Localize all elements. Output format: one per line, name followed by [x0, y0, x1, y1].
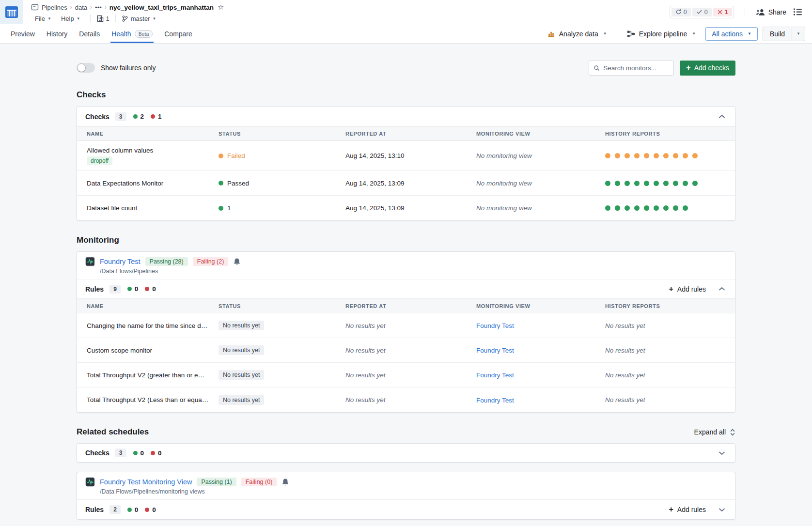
check-row[interactable]: Allowed column valuesdropoffFailedAug 14… — [77, 141, 735, 171]
history-report-dot[interactable] — [634, 153, 640, 158]
help-menu[interactable]: Help▼ — [57, 14, 84, 23]
history-report-dot[interactable] — [654, 153, 659, 158]
history-report-dot[interactable] — [644, 205, 649, 211]
history-report-dot[interactable] — [654, 205, 659, 211]
related-schedules-header: Related schedules Expand all — [77, 427, 735, 437]
search-monitors-box[interactable] — [589, 61, 674, 76]
history-report-dot[interactable] — [615, 153, 620, 158]
history-report-dot[interactable] — [615, 181, 620, 186]
tab-preview[interactable]: Preview — [5, 24, 41, 43]
check-row[interactable]: Data Expectations MonitorPassedAug 14, 2… — [77, 171, 735, 196]
tab-health[interactable]: Health Beta — [106, 24, 158, 43]
history-report-dot[interactable] — [683, 205, 688, 211]
explore-pipeline-button[interactable]: Explore pipeline▼ — [622, 27, 701, 41]
history-report-dot[interactable] — [663, 205, 669, 211]
build-dropdown-button[interactable]: ▼ — [792, 27, 805, 41]
history-report-dot[interactable] — [625, 153, 630, 158]
rule-row[interactable]: Total Throughput V2 (Less than or equa…N… — [77, 387, 735, 412]
checks-section-title: Checks — [77, 90, 735, 100]
check-row[interactable]: Dataset file count1Aug 14, 2025, 13:09No… — [77, 196, 735, 220]
history-report-dot[interactable] — [605, 153, 610, 158]
monitoring-view-link[interactable]: Foundry Test — [476, 322, 514, 329]
history-report-dot[interactable] — [634, 205, 640, 211]
monitor-link[interactable]: Foundry Test Monitoring View — [100, 478, 192, 486]
checks-card-header[interactable]: Checks 3 2 1 — [77, 107, 735, 126]
passing-pill[interactable]: Passing (1) — [197, 478, 236, 486]
related-checks-header[interactable]: Checks 3 0 0 — [77, 444, 735, 462]
history-report-dot[interactable] — [644, 153, 649, 158]
menu-row: File▼ Help▼ 1 — [31, 13, 670, 24]
history-report-dot[interactable] — [692, 181, 698, 186]
chevron-down-icon: ▼ — [153, 16, 156, 21]
expand-all-icon — [730, 429, 735, 436]
bell-icon[interactable] — [233, 258, 241, 266]
git-branch-icon — [122, 15, 128, 22]
check-tag: dropoff — [87, 156, 112, 165]
tab-details[interactable]: Details — [73, 24, 106, 43]
history-report-dot[interactable] — [625, 181, 630, 186]
add-rules-button[interactable]: + Add rules — [665, 503, 710, 516]
rule-row[interactable]: Custom scope monitorNo results yetNo res… — [77, 338, 735, 363]
tab-compare[interactable]: Compare — [158, 24, 198, 43]
share-button[interactable]: Share — [756, 8, 786, 16]
expand-related-checks-button[interactable] — [717, 449, 727, 457]
history-report-dot[interactable] — [673, 205, 678, 211]
app-icon[interactable] — [0, 0, 23, 24]
toggle-switch[interactable] — [77, 63, 95, 73]
failed-jobs-badge[interactable]: 1 — [713, 8, 732, 16]
failing-pill[interactable]: Failing (2) — [193, 257, 229, 266]
chevron-down-icon: ▼ — [748, 31, 751, 36]
failing-pill[interactable]: Failing (0) — [241, 478, 277, 486]
rule-status-cell: No results yet — [219, 395, 345, 405]
analyze-data-button[interactable]: Analyze data▼ — [543, 27, 612, 41]
check-name-cell: Data Expectations Monitor — [87, 180, 219, 187]
monitor-header: Foundry Test Passing (28) Failing (2) /D… — [77, 252, 735, 279]
favorite-star-icon[interactable]: ☆ — [218, 3, 224, 12]
bell-icon[interactable] — [281, 478, 289, 486]
add-rules-button[interactable]: + Add rules — [665, 283, 710, 295]
collapse-checks-button[interactable] — [717, 112, 727, 121]
file-menu[interactable]: File▼ — [31, 14, 55, 23]
rule-name-cell: Custom scope monitor — [87, 347, 219, 354]
column-header-history-reports: HISTORY REPORTS — [605, 303, 735, 309]
breadcrumb-ellipsis[interactable]: ••• — [95, 4, 102, 11]
succeeded-jobs-badge[interactable]: 0 — [692, 8, 712, 16]
history-report-dot[interactable] — [692, 153, 698, 158]
add-checks-button[interactable]: + Add checks — [680, 61, 735, 76]
history-report-dot[interactable] — [605, 205, 610, 211]
history-report-dot[interactable] — [663, 181, 669, 186]
resource-usage-button[interactable]: 1 — [96, 15, 109, 22]
monitoring-view-link[interactable]: Foundry Test — [476, 347, 514, 354]
expand-rules-button[interactable] — [717, 506, 727, 514]
search-monitors-input[interactable] — [603, 64, 669, 72]
show-failures-toggle[interactable]: Show failures only — [77, 63, 156, 73]
history-report-dot[interactable] — [673, 181, 678, 186]
properties-menu-button[interactable] — [793, 8, 802, 16]
monitoring-view-link[interactable]: Foundry Test — [476, 371, 514, 379]
all-actions-button[interactable]: All actions▼ — [705, 27, 758, 41]
breadcrumb-data[interactable]: data — [75, 4, 87, 11]
branch-selector[interactable]: master▼ — [122, 15, 156, 22]
expand-all-button[interactable]: Expand all — [694, 428, 735, 436]
history-report-dot[interactable] — [634, 181, 640, 186]
rule-row[interactable]: Total Throughput V2 (greater than or e…N… — [77, 363, 735, 387]
history-report-dot[interactable] — [683, 181, 688, 186]
breadcrumb-pipelines[interactable]: Pipelines — [42, 4, 67, 11]
history-report-dot[interactable] — [673, 153, 678, 158]
history-report-dot[interactable] — [654, 181, 659, 186]
rule-row[interactable]: Changing the name for the time since d…N… — [77, 313, 735, 338]
chevron-down-icon: ▼ — [77, 16, 80, 21]
history-report-dot[interactable] — [644, 181, 649, 186]
passing-pill[interactable]: Passing (28) — [145, 257, 188, 266]
monitor-link[interactable]: Foundry Test — [100, 258, 141, 265]
history-report-dot[interactable] — [625, 205, 630, 211]
build-button[interactable]: Build — [763, 27, 792, 41]
tab-history[interactable]: History — [41, 24, 74, 43]
running-jobs-badge[interactable]: 0 — [671, 8, 691, 16]
history-report-dot[interactable] — [683, 153, 688, 158]
collapse-rules-button[interactable] — [717, 285, 727, 293]
history-report-dot[interactable] — [663, 153, 669, 158]
monitoring-view-link[interactable]: Foundry Test — [476, 397, 514, 404]
history-report-dot[interactable] — [605, 181, 610, 186]
history-report-dot[interactable] — [615, 205, 620, 211]
